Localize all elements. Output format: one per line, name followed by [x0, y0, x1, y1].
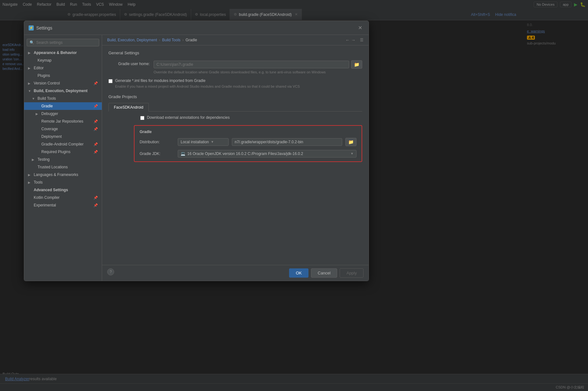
gradle-user-home-folder-button[interactable]: 📁 — [351, 60, 362, 69]
distribution-value: Local installation — [181, 140, 209, 144]
breadcrumb-bar: Build, Execution, Deployment › Build Too… — [102, 35, 369, 45]
sidebar-plugins-label: Plugins — [38, 73, 50, 78]
distribution-path-input[interactable] — [232, 138, 342, 146]
sidebar-coverage-label: Coverage — [41, 127, 58, 131]
sidebar-editor-label: Editor — [34, 66, 44, 70]
build-tools-arrow-icon: ▼ — [32, 97, 36, 100]
gradle-jdk-value: 16 Oracle OpenJDK version 16.0.2 C:/Prog… — [187, 152, 303, 156]
distribution-label: Distribution: — [140, 140, 175, 144]
experimental-spacer — [28, 204, 32, 207]
sidebar-experimental-label: Experimental — [34, 203, 56, 207]
breadcrumb-back-button[interactable]: ← — [345, 37, 350, 43]
gradle-jdk-selector[interactable]: 💻 16 Oracle OpenJDK version 16.0.2 C:/Pr… — [178, 150, 356, 158]
distribution-dropdown-arrow-icon: ▼ — [211, 140, 214, 144]
search-icon: 🔍 — [30, 40, 34, 45]
sidebar-build-exec-label: Build, Execution, Deployment — [34, 89, 87, 93]
sidebar-languages-label: Languages & Frameworks — [34, 172, 78, 177]
sidebar-build-tools-label: Build Tools — [38, 96, 56, 101]
dialog-title-bar: ⚡ Settings ✕ — [24, 21, 369, 35]
sidebar-item-build-tools[interactable]: ▼ Build Tools — [24, 95, 102, 102]
appearance-arrow-icon: ▶ — [28, 51, 32, 55]
gradle-user-home-row: Gradle user home: 📁 Override the default… — [108, 60, 362, 75]
gradle-section-title: Gradle — [140, 130, 356, 134]
sidebar-item-experimental[interactable]: Experimental 📌 — [24, 201, 102, 209]
breadcrumb-forward-button[interactable]: → — [351, 37, 356, 43]
gradle-user-home-input[interactable] — [154, 61, 349, 68]
sidebar-item-required-plugins[interactable]: Required Plugins 📌 — [24, 148, 102, 156]
sidebar-required-plugins-label: Required Plugins — [41, 150, 70, 154]
breadcrumb-sep1: › — [159, 38, 160, 42]
breadcrumb-sep2: › — [183, 38, 184, 42]
sidebar-gradle-label: Gradle — [41, 104, 53, 108]
sidebar-testing-label: Testing — [38, 157, 50, 162]
sidebar-item-debugger[interactable]: ▶ Debugger — [24, 110, 102, 118]
sidebar-gradle-android-label: Gradle-Android Compiler — [41, 142, 84, 146]
distribution-dropdown[interactable]: Local installation ▼ — [178, 138, 229, 146]
gradle-config-box: Gradle Distribution: Local installation … — [134, 125, 362, 162]
vc-bookmark-icon: 📌 — [93, 81, 98, 85]
sidebar-item-trusted-locations[interactable]: Trusted Locations — [24, 163, 102, 171]
sidebar-item-gradle[interactable]: Gradle 📌 — [24, 102, 102, 110]
tab-facesdk-android[interactable]: FaceSDKAndroid — [108, 103, 149, 111]
gradle-user-home-input-row: 📁 — [154, 60, 362, 69]
dialog-close-button[interactable]: ✕ — [356, 24, 364, 31]
keymap-spacer — [32, 59, 36, 62]
generate-iml-row: Generate *.iml files for modules importe… — [108, 78, 362, 89]
tools-arrow-icon: ▶ — [28, 181, 32, 184]
sidebar-item-remote-jar[interactable]: Remote Jar Repositories 📌 — [24, 118, 102, 125]
breadcrumb-build-exec[interactable]: Build, Execution, Deployment — [107, 38, 157, 42]
breadcrumb-gradle: Gradle — [186, 38, 197, 42]
download-annotations-checkbox[interactable] — [140, 116, 144, 120]
gradle-jdk-label: Gradle JDK: — [140, 152, 175, 156]
gradle-user-home-hint: Override the default location where Grad… — [154, 70, 362, 75]
required-plugins-spacer — [36, 150, 39, 154]
content-area: General Settings Gradle user home: 📁 Ove… — [102, 45, 369, 265]
breadcrumb-build-tools[interactable]: Build Tools — [162, 38, 181, 42]
sidebar-search-input[interactable] — [36, 40, 96, 45]
generate-iml-checkbox[interactable] — [108, 79, 113, 83]
build-exec-arrow-icon: ▼ — [28, 89, 32, 93]
sidebar-item-coverage[interactable]: Coverage 📌 — [24, 125, 102, 133]
sidebar-item-build-exec[interactable]: ▼ Build, Execution, Deployment — [24, 87, 102, 95]
distribution-folder-button[interactable]: 📁 — [345, 138, 356, 146]
apply-button[interactable]: Apply — [340, 268, 363, 278]
dialog-footer: ? OK Cancel Apply — [102, 265, 369, 281]
deployment-spacer — [36, 135, 39, 138]
breadcrumb-pin-icon[interactable]: ☰ — [360, 38, 363, 42]
sidebar-item-keymap[interactable]: Keymap — [24, 57, 102, 64]
sidebar-item-testing[interactable]: ▶ Testing — [24, 156, 102, 163]
sidebar-advanced-label: Advanced Settings — [34, 188, 68, 192]
sidebar-appearance-label: Appearance & Behavior — [34, 51, 77, 55]
advanced-spacer — [28, 188, 32, 192]
languages-arrow-icon: ▶ — [28, 173, 32, 177]
sidebar-item-gradle-android[interactable]: Gradle-Android Compiler 📌 — [24, 140, 102, 148]
sidebar-keymap-label: Keymap — [38, 58, 52, 63]
experimental-bookmark-icon: 📌 — [93, 203, 98, 207]
sidebar-search-box: 🔍 — [27, 39, 99, 46]
help-button[interactable]: ? — [107, 268, 114, 275]
download-annotations-label: Download external annotations for depend… — [147, 115, 230, 120]
sidebar-item-editor[interactable]: ▶ Editor — [24, 64, 102, 72]
jdk-dropdown-arrow-icon: ▼ — [350, 152, 354, 155]
generate-iml-label-group: Generate *.iml files for modules importe… — [115, 78, 362, 89]
general-settings-title: General Settings — [108, 51, 362, 55]
editor-arrow-icon: ▶ — [28, 66, 32, 70]
gradle-projects-title: Gradle Projects — [108, 94, 362, 99]
sidebar-item-appearance[interactable]: ▶ Appearance & Behavior — [24, 49, 102, 57]
remote-jar-bookmark-icon: 📌 — [93, 119, 98, 124]
cancel-button[interactable]: Cancel — [311, 268, 337, 278]
gradle-user-home-label: Gradle user home: — [108, 60, 150, 66]
sidebar-item-version-control[interactable]: ▶ Version Control 📌 — [24, 79, 102, 87]
dialog-title-icon: ⚡ — [29, 25, 34, 30]
sidebar-item-advanced[interactable]: Advanced Settings — [24, 186, 102, 194]
generate-iml-hint: Enable if you have a mixed project with … — [115, 84, 362, 89]
sidebar-item-plugins[interactable]: Plugins — [24, 72, 102, 79]
sidebar-item-deployment[interactable]: Deployment — [24, 133, 102, 140]
dialog-sidebar: 🔍 ▶ Appearance & Behavior Keymap ▶ Edito… — [24, 35, 102, 281]
ok-button[interactable]: OK — [289, 268, 308, 278]
testing-arrow-icon: ▶ — [32, 158, 36, 161]
sidebar-item-languages[interactable]: ▶ Languages & Frameworks — [24, 171, 102, 179]
sidebar-item-tools[interactable]: ▶ Tools — [24, 179, 102, 186]
sidebar-item-kotlin[interactable]: Kotlin Compiler 📌 — [24, 194, 102, 201]
kotlin-bookmark-icon: 📌 — [93, 196, 98, 200]
